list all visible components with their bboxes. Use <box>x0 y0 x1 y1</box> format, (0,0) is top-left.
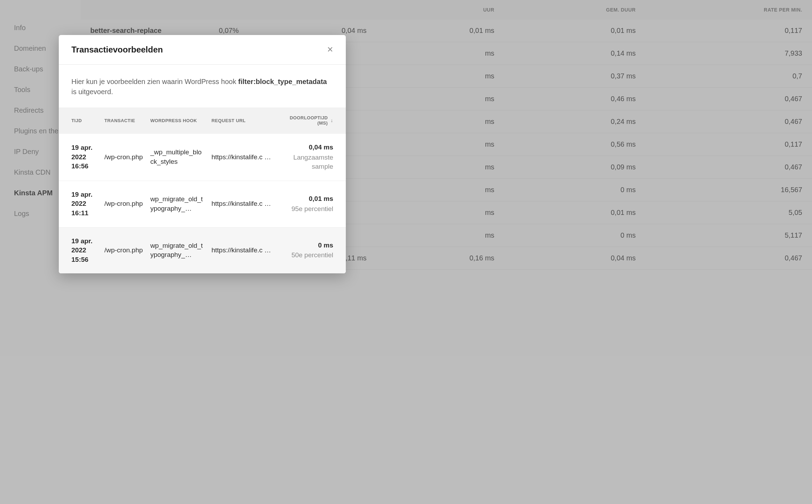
col-transaction[interactable]: TRANSACTIE <box>101 107 147 134</box>
sample-time: 19 apr. 2022 16:56 <box>59 134 101 181</box>
sample-row[interactable]: 19 apr. 2022 16:56/wp-cron.php_wp_multip… <box>59 134 346 181</box>
duration-value: 0,04 ms <box>284 143 333 152</box>
desc-text-post: is uitgevoerd. <box>71 88 113 96</box>
sample-time: 19 apr. 2022 15:56 <box>59 227 101 273</box>
transaction-samples-modal: Transactievoorbeelden ✕ Hier kun je voor… <box>59 35 346 273</box>
sample-row[interactable]: 19 apr. 2022 16:11/wp-cron.phpwp_migrate… <box>59 181 346 227</box>
col-url[interactable]: REQUEST URL <box>208 107 281 134</box>
sample-hook: _wp_multiple_block_styles <box>147 134 208 181</box>
sort-descending-icon: ↓ <box>331 118 333 123</box>
col-time[interactable]: TIJD <box>59 107 101 134</box>
duration-label: 50e percentiel <box>284 251 333 260</box>
sample-url: https://kinstalife.c … <box>208 181 281 227</box>
col-duration-label: DOORLOOPTIJD (MS) <box>284 115 328 126</box>
duration-label: Langzaamste sample <box>284 153 333 172</box>
duration-value: 0 ms <box>284 241 333 250</box>
sample-time: 19 apr. 2022 16:11 <box>59 181 101 227</box>
duration-value: 0,01 ms <box>284 194 333 204</box>
modal-header: Transactievoorbeelden ✕ <box>59 35 346 65</box>
desc-text-pre: Hier kun je voorbeelden zien waarin Word… <box>71 78 238 85</box>
modal-description: Hier kun je voorbeelden zien waarin Word… <box>59 65 346 107</box>
sample-duration: 0,01 ms95e percentiel <box>281 181 346 227</box>
sample-row[interactable]: 19 apr. 2022 15:56/wp-cron.phpwp_migrate… <box>59 227 346 273</box>
samples-header-row: TIJD TRANSACTIE WORDPRESS HOOK REQUEST U… <box>59 107 346 134</box>
sample-hook: wp_migrate_old_typography_… <box>147 227 208 273</box>
close-button[interactable]: ✕ <box>327 46 333 54</box>
duration-label: 95e percentiel <box>284 204 333 214</box>
sample-duration: 0,04 msLangzaamste sample <box>281 134 346 181</box>
sample-hook: wp_migrate_old_typography_… <box>147 181 208 227</box>
close-icon: ✕ <box>327 45 333 54</box>
sample-url: https://kinstalife.c … <box>208 134 281 181</box>
sample-duration: 0 ms50e percentiel <box>281 227 346 273</box>
col-hook[interactable]: WORDPRESS HOOK <box>147 107 208 134</box>
sample-transaction: /wp-cron.php <box>101 134 147 181</box>
modal-title: Transactievoorbeelden <box>71 45 163 55</box>
samples-table: TIJD TRANSACTIE WORDPRESS HOOK REQUEST U… <box>59 107 346 273</box>
desc-hook-name: filter:block_type_metadata <box>238 78 327 85</box>
col-duration[interactable]: DOORLOOPTIJD (MS) ↓ <box>281 107 346 134</box>
sample-url: https://kinstalife.c … <box>208 227 281 273</box>
sample-transaction: /wp-cron.php <box>101 181 147 227</box>
sample-transaction: /wp-cron.php <box>101 227 147 273</box>
modal-overlay[interactable]: Transactievoorbeelden ✕ Hier kun je voor… <box>0 0 812 504</box>
